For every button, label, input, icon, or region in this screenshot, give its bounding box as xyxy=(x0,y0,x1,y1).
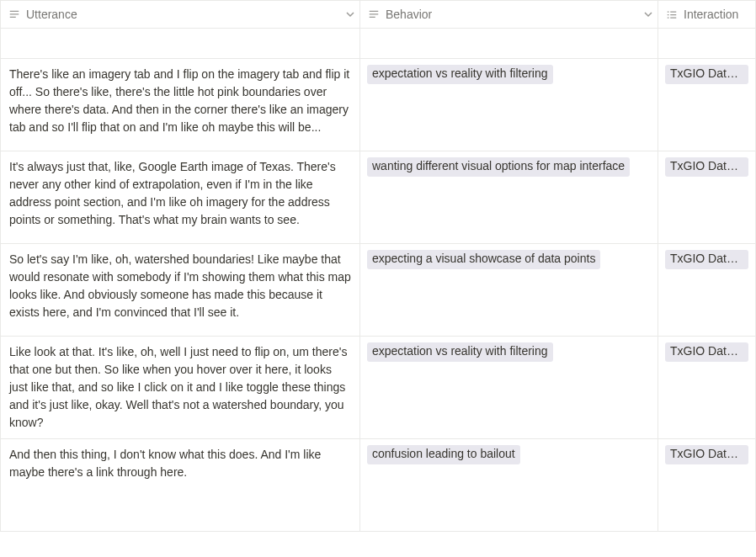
column-header-label: Utterance xyxy=(26,8,353,21)
behavior-tag: expectation vs reality with filtering xyxy=(367,342,553,362)
behavior-tag: confusion leading to bailout xyxy=(367,445,520,464)
utterance-text: So let's say I'm like, oh, watershed bou… xyxy=(9,252,351,319)
table-row[interactable]: There's like an imagery tab and I flip o… xyxy=(0,59,756,151)
select-property-icon xyxy=(367,8,381,21)
cell-interaction[interactable]: TxGIO Datahub xyxy=(658,439,756,532)
cell-utterance[interactable]: Like look at that. It's like, oh, well I… xyxy=(0,337,360,439)
data-table: Utterance Behavior Interaction There's l xyxy=(0,0,756,532)
cell-behavior[interactable]: expectation vs reality with filtering xyxy=(360,59,658,151)
column-header-interaction[interactable]: Interaction xyxy=(658,1,756,28)
cell-interaction[interactable] xyxy=(658,29,756,59)
table-row[interactable]: Like look at that. It's like, oh, well I… xyxy=(0,337,756,439)
text-property-icon xyxy=(8,8,21,21)
cell-interaction[interactable]: TxGIO Datahub xyxy=(658,59,756,151)
behavior-tag: expectation vs reality with filtering xyxy=(367,65,553,84)
cell-behavior[interactable]: expecting a visual showcase of data poin… xyxy=(360,244,658,337)
table-row[interactable]: It's always just that, like, Google Eart… xyxy=(0,151,756,244)
cell-utterance[interactable]: And then this thing, I don't know what t… xyxy=(0,439,360,532)
cell-utterance[interactable]: So let's say I'm like, oh, watershed bou… xyxy=(0,244,360,337)
chevron-down-icon[interactable] xyxy=(346,10,354,19)
behavior-tag: expecting a visual showcase of data poin… xyxy=(367,250,600,269)
column-header-label: Behavior xyxy=(386,8,651,21)
cell-interaction[interactable]: TxGIO Datahub xyxy=(658,244,756,337)
interaction-tag: TxGIO Datahub xyxy=(665,445,748,464)
cell-behavior[interactable]: confusion leading to bailout xyxy=(360,439,658,532)
utterance-text: Like look at that. It's like, oh, well I… xyxy=(9,345,347,429)
cell-utterance[interactable] xyxy=(0,29,360,59)
cell-utterance[interactable]: There's like an imagery tab and I flip o… xyxy=(0,59,360,151)
utterance-text: There's like an imagery tab and I flip o… xyxy=(9,67,349,134)
interaction-tag: TxGIO Datahub xyxy=(665,65,748,84)
column-header-label: Interaction xyxy=(684,8,748,21)
utterance-text: And then this thing, I don't know what t… xyxy=(9,448,321,479)
interaction-tag: TxGIO Datahub xyxy=(665,157,748,177)
behavior-tag: wanting different visual options for map… xyxy=(367,157,630,177)
table-row[interactable]: And then this thing, I don't know what t… xyxy=(0,439,756,532)
column-header-behavior[interactable]: Behavior xyxy=(360,1,658,28)
table-row[interactable]: So let's say I'm like, oh, watershed bou… xyxy=(0,244,756,337)
cell-behavior[interactable]: expectation vs reality with filtering xyxy=(360,337,658,439)
table-header-row: Utterance Behavior Interaction xyxy=(0,0,756,29)
cell-behavior[interactable]: wanting different visual options for map… xyxy=(360,151,658,244)
chevron-down-icon[interactable] xyxy=(644,10,652,19)
cell-utterance[interactable]: It's always just that, like, Google Eart… xyxy=(0,151,360,244)
table-row[interactable] xyxy=(0,29,756,59)
cell-interaction[interactable]: TxGIO Datahub xyxy=(658,337,756,439)
multiselect-property-icon xyxy=(665,8,679,21)
interaction-tag: TxGIO Datahub xyxy=(665,250,748,269)
utterance-text: It's always just that, like, Google Eart… xyxy=(9,160,336,226)
column-header-utterance[interactable]: Utterance xyxy=(0,1,360,28)
cell-interaction[interactable]: TxGIO Datahub xyxy=(658,151,756,244)
interaction-tag: TxGIO Datahub xyxy=(665,342,748,362)
cell-behavior[interactable] xyxy=(360,29,658,59)
